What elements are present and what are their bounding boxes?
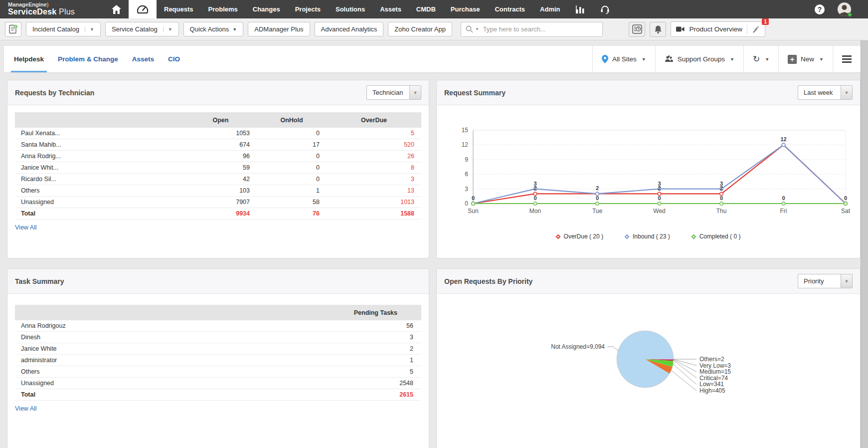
table-row: Anna Rodrig...96026 xyxy=(15,151,421,162)
headset-icon xyxy=(600,4,610,14)
recent-items-icon xyxy=(632,24,642,34)
servicedesk-dashboard: ManageEngine) ServiceDesk Plus RequestsP… xyxy=(0,0,868,448)
notifications-icon-button[interactable] xyxy=(650,22,666,37)
request-summary-line-chart: 03691215SunMonTueWedThuFriSat03202032032… xyxy=(444,111,854,225)
legend-item-inbound[interactable]: Inbound ( 23 ) xyxy=(625,233,670,240)
rocket-icon[interactable] xyxy=(752,25,760,33)
column-header-onhold: OnHold xyxy=(257,112,327,128)
panel-title: Task Summary xyxy=(15,277,64,285)
divider xyxy=(747,25,747,34)
tab-helpdesk[interactable]: Helpdesk xyxy=(14,46,44,72)
notification-badge: 1 xyxy=(762,18,769,25)
nav-item-purchase[interactable]: Purchase xyxy=(443,0,488,18)
service-catalog-dropdown[interactable]: Service Catalog▼ xyxy=(105,22,179,36)
view-all-link[interactable]: View All xyxy=(15,224,37,231)
product-name: ServiceDesk Plus xyxy=(8,8,104,16)
chevron-down-icon: ▼ xyxy=(163,27,173,32)
recent-items-icon-button[interactable] xyxy=(629,22,645,37)
svg-text:0: 0 xyxy=(782,195,785,201)
column-header-name xyxy=(15,112,184,128)
menu-button[interactable] xyxy=(833,46,861,72)
table-row: Dinesh3 xyxy=(15,332,421,343)
tab-assets[interactable]: Assets xyxy=(132,46,154,72)
online-status-dot xyxy=(848,12,852,17)
nav-item-problems[interactable]: Problems xyxy=(201,0,245,18)
brand-logo[interactable]: ManageEngine) ServiceDesk Plus xyxy=(0,0,104,18)
swoosh-icon: ) xyxy=(47,1,49,7)
legend-item-overdue[interactable]: OverDue ( 20 ) xyxy=(556,233,603,240)
chevron-down-icon: ▼ xyxy=(819,57,824,62)
period-filter-select[interactable]: Last week ▼ xyxy=(798,85,853,100)
quick-toolbar: Incident Catalog▼ Service Catalog▼ Quick… xyxy=(0,18,868,40)
refresh-icon: ↻ xyxy=(753,54,760,64)
requests-by-technician-table: Open OnHold OverDue Paul Xenata...105305… xyxy=(15,112,421,220)
svg-text:12: 12 xyxy=(462,141,469,148)
speedometer-icon xyxy=(137,4,149,15)
legend-item-completed[interactable]: Completed ( 0 ) xyxy=(692,233,741,240)
search-input[interactable] xyxy=(483,25,598,33)
nav-item-changes[interactable]: Changes xyxy=(245,0,288,18)
new-dropdown[interactable]: + New▼ xyxy=(778,46,833,72)
svg-text:Thu: Thu xyxy=(716,208,727,215)
nav-item-requests[interactable]: Requests xyxy=(157,0,201,18)
table-row: Anna Rodrigouz56 xyxy=(15,320,421,332)
new-incident-icon-button[interactable] xyxy=(5,22,21,37)
svg-text:Fri: Fri xyxy=(780,208,787,215)
quick-actions-dropdown[interactable]: Quick Actions▼ xyxy=(183,22,244,36)
search-scope-caret-icon[interactable]: ▼ xyxy=(475,27,479,31)
nav-item-assets[interactable]: Assets xyxy=(372,0,409,18)
svg-text:Sun: Sun xyxy=(468,208,478,215)
nav-item-contracts[interactable]: Contracts xyxy=(487,0,532,18)
hamburger-icon xyxy=(842,55,852,63)
table-row: Santa Mahib...67417520 xyxy=(15,139,421,151)
nav-item-projects[interactable]: Projects xyxy=(288,0,328,18)
chevron-down-icon: ▼ xyxy=(765,57,769,62)
reports-icon[interactable] xyxy=(568,0,593,18)
search-icon xyxy=(466,25,473,33)
nav-item-admin[interactable]: Admin xyxy=(532,0,567,18)
nav-item-solutions[interactable]: Solutions xyxy=(328,0,372,18)
top-navigation-bar: ManageEngine) ServiceDesk Plus RequestsP… xyxy=(0,0,868,18)
user-avatar[interactable] xyxy=(838,2,851,16)
product-overview-button[interactable]: Product Overview 1 xyxy=(671,21,765,37)
advanced-analytics-button[interactable]: Advanced Analytics xyxy=(315,22,384,36)
panel-title: Requests by Technician xyxy=(15,89,94,97)
view-all-link[interactable]: View All xyxy=(15,405,37,412)
column-header-name xyxy=(15,305,292,320)
incident-catalog-dropdown[interactable]: Incident Catalog▼ xyxy=(26,22,101,36)
bell-icon xyxy=(654,25,662,34)
svg-text:0: 0 xyxy=(596,195,599,201)
chevron-down-icon: ▼ xyxy=(841,86,852,99)
nav-item-cmdb[interactable]: CMDB xyxy=(409,0,443,18)
technician-filter-select[interactable]: Technician ▼ xyxy=(366,85,421,100)
admanager-plus-button[interactable]: ADManager Plus xyxy=(248,22,310,36)
svg-text:0: 0 xyxy=(465,200,468,207)
table-row: Unassigned2548 xyxy=(15,378,421,389)
zoho-creator-app-button[interactable]: Zoho Creator App xyxy=(388,22,452,36)
svg-text:0: 0 xyxy=(658,195,661,201)
tab-cio[interactable]: CIO xyxy=(168,46,180,72)
tab-problem-change[interactable]: Problem & Change xyxy=(58,46,118,72)
help-icon[interactable]: ? xyxy=(815,4,825,14)
priority-filter-select[interactable]: Priority ▼ xyxy=(798,274,853,288)
svg-text:Wed: Wed xyxy=(653,208,665,215)
plus-icon: + xyxy=(788,55,797,64)
home-icon[interactable] xyxy=(104,0,129,18)
open-requests-by-priority-panel: Open Requests By Priority Priority ▼ Oth… xyxy=(436,268,861,448)
support-groups-dropdown[interactable]: Support Groups▼ xyxy=(655,46,743,72)
dashboard-content: Requests by Technician Technician ▼ Open… xyxy=(0,73,868,448)
all-sites-dropdown[interactable]: All Sites▼ xyxy=(592,46,655,72)
table-row: Paul Xenata...105305 xyxy=(15,128,421,139)
vertical-scrollbar[interactable] xyxy=(861,40,868,448)
table-row: Unassigned7907581013 xyxy=(15,197,421,208)
svg-text:2: 2 xyxy=(533,185,536,191)
priority-pie-chart: Others=2Very Low=3Medium=15Critical=74Lo… xyxy=(444,294,854,444)
refresh-dropdown[interactable]: ↻ ▼ xyxy=(743,46,778,72)
svg-text:12: 12 xyxy=(780,136,786,142)
global-search[interactable]: ▼ xyxy=(461,22,603,37)
svg-text:9: 9 xyxy=(465,156,468,163)
dashboard-icon[interactable] xyxy=(129,0,157,18)
table-row: Others5 xyxy=(15,366,421,378)
headset-icon[interactable] xyxy=(593,0,618,18)
svg-text:2: 2 xyxy=(720,185,723,191)
